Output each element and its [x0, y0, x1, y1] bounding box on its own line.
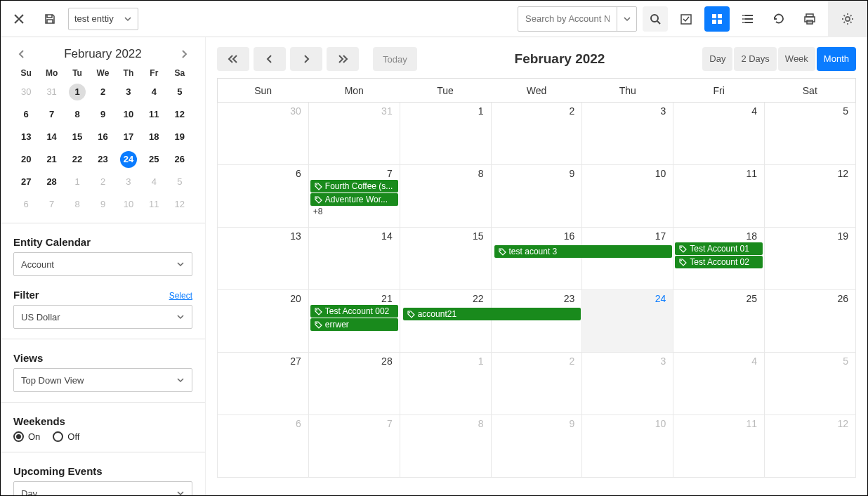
mini-day-cell[interactable]: 30 — [13, 84, 39, 100]
views-dropdown[interactable]: Top Down View — [13, 368, 192, 392]
day-cell[interactable]: 9 — [491, 165, 582, 228]
day-cell[interactable]: 30 — [218, 103, 309, 165]
mini-day-cell[interactable]: 4 — [141, 174, 166, 190]
mini-day-cell[interactable]: 1 — [65, 84, 90, 100]
mini-day-cell[interactable]: 31 — [39, 84, 64, 100]
day-cell[interactable]: 26 — [765, 290, 856, 353]
day-cell[interactable]: 7Fourth Coffee (s...Adventure Wor...+8 — [308, 165, 400, 228]
entity-dropdown[interactable]: test enttiy — [68, 8, 138, 30]
calendar-event[interactable]: Test Account 002 — [310, 305, 398, 318]
day-cell[interactable]: 2 — [491, 103, 582, 165]
day-cell[interactable]: 12 — [765, 165, 856, 228]
mini-day-cell[interactable]: 9 — [90, 106, 115, 123]
view-month[interactable]: Month — [817, 47, 856, 71]
mini-day-cell[interactable]: 21 — [39, 151, 64, 168]
refresh-button[interactable] — [766, 6, 791, 32]
day-cell[interactable]: 12 — [765, 415, 856, 478]
mini-day-cell[interactable]: 27 — [13, 174, 39, 190]
grid-view-button[interactable] — [704, 6, 730, 32]
calendar-event[interactable]: errwer — [310, 318, 398, 331]
mini-day-cell[interactable]: 22 — [65, 151, 90, 168]
day-cell[interactable]: 1 — [400, 103, 491, 165]
mini-day-cell[interactable]: 2 — [90, 174, 115, 190]
mini-day-cell[interactable]: 28 — [39, 174, 64, 190]
search-input[interactable] — [518, 13, 617, 24]
day-cell[interactable]: 2 — [491, 353, 582, 415]
day-cell[interactable]: 20 — [218, 290, 309, 353]
day-cell[interactable]: 15 — [400, 228, 491, 290]
calendar-event[interactable]: Adventure Wor... — [310, 193, 398, 206]
mini-day-cell[interactable]: 18 — [141, 129, 166, 145]
mini-day-cell[interactable]: 6 — [13, 196, 39, 213]
mini-day-cell[interactable]: 7 — [39, 196, 64, 213]
day-cell[interactable]: 14 — [308, 228, 400, 290]
weekends-off-radio[interactable]: Off — [53, 431, 79, 442]
list-view-button[interactable] — [735, 6, 761, 32]
mini-next-month[interactable] — [176, 46, 192, 63]
day-cell[interactable]: 4 — [673, 103, 765, 165]
today-button[interactable]: Today — [373, 47, 417, 71]
day-cell[interactable]: 10 — [582, 415, 673, 478]
day-cell[interactable]: 19 — [765, 228, 856, 290]
day-cell[interactable]: 16test acount 3 — [491, 228, 582, 290]
mini-day-cell[interactable]: 10 — [116, 196, 141, 213]
mini-day-cell[interactable]: 23 — [90, 151, 115, 168]
view-2days[interactable]: 2 Days — [734, 47, 776, 71]
mini-day-cell[interactable]: 11 — [141, 106, 166, 123]
day-cell[interactable]: 4 — [673, 353, 765, 415]
day-cell[interactable]: 11 — [673, 415, 765, 478]
day-cell[interactable]: 24 — [582, 290, 673, 353]
calendar-event[interactable]: Test Account 02 — [675, 256, 763, 268]
view-week[interactable]: Week — [778, 47, 815, 71]
day-cell[interactable]: 1 — [400, 353, 491, 415]
day-cell[interactable]: 3 — [582, 353, 673, 415]
mini-day-cell[interactable]: 14 — [39, 129, 64, 145]
save-button[interactable] — [37, 6, 63, 32]
day-cell[interactable]: 25 — [673, 290, 765, 353]
mini-day-cell[interactable]: 15 — [65, 129, 90, 145]
mini-day-cell[interactable]: 12 — [167, 106, 192, 123]
mini-day-cell[interactable]: 2 — [90, 84, 115, 100]
mini-day-cell[interactable]: 3 — [116, 174, 141, 190]
day-cell[interactable]: 8 — [400, 165, 491, 228]
search-button[interactable] — [643, 6, 668, 32]
mini-day-cell[interactable]: 3 — [116, 84, 141, 100]
filter-select-link[interactable]: Select — [169, 291, 192, 301]
day-cell[interactable]: 31 — [308, 103, 400, 165]
day-cell[interactable]: 13 — [218, 228, 309, 290]
mini-day-cell[interactable]: 1 — [65, 174, 90, 190]
calendar-event[interactable]: account21 — [403, 308, 581, 320]
day-cell[interactable]: 22account21 — [400, 290, 491, 353]
mini-day-cell[interactable]: 12 — [167, 196, 192, 213]
mini-day-cell[interactable]: 25 — [141, 151, 166, 168]
calendar-event[interactable]: Fourth Coffee (s... — [310, 180, 398, 192]
day-cell[interactable]: 21Test Account 002errwer — [308, 290, 400, 353]
calendar-event[interactable]: test acount 3 — [494, 245, 673, 258]
upcoming-events-dropdown[interactable]: Day — [13, 481, 192, 496]
mini-day-cell[interactable]: 7 — [39, 106, 64, 123]
day-cell[interactable]: 6 — [218, 415, 309, 478]
day-cell[interactable]: 8 — [400, 415, 491, 478]
settings-button[interactable] — [835, 6, 860, 32]
day-cell[interactable]: 28 — [308, 353, 400, 415]
mini-day-cell[interactable]: 10 — [116, 106, 141, 123]
nav-next-year[interactable] — [327, 47, 359, 71]
mini-day-cell[interactable]: 20 — [13, 151, 39, 168]
day-cell[interactable]: 10 — [582, 165, 673, 228]
filter-dropdown[interactable]: US Dollar — [13, 305, 192, 329]
mini-day-cell[interactable]: 16 — [90, 129, 115, 145]
entity-calendar-dropdown[interactable]: Account — [13, 252, 192, 276]
day-cell[interactable]: 3 — [582, 103, 673, 165]
day-cell[interactable]: 11 — [673, 165, 765, 228]
mini-day-cell[interactable]: 13 — [13, 129, 39, 145]
day-cell[interactable]: 7 — [308, 415, 400, 478]
mini-day-cell[interactable]: 26 — [167, 151, 192, 168]
mini-day-cell[interactable]: 8 — [65, 106, 90, 123]
view-day[interactable]: Day — [702, 47, 732, 71]
nav-next[interactable] — [290, 47, 322, 71]
day-cell[interactable]: 6 — [218, 165, 309, 228]
mini-prev-month[interactable] — [13, 46, 30, 63]
mini-day-cell[interactable]: 24 — [116, 151, 141, 168]
day-cell[interactable]: 5 — [765, 353, 856, 415]
nav-prev[interactable] — [254, 47, 286, 71]
